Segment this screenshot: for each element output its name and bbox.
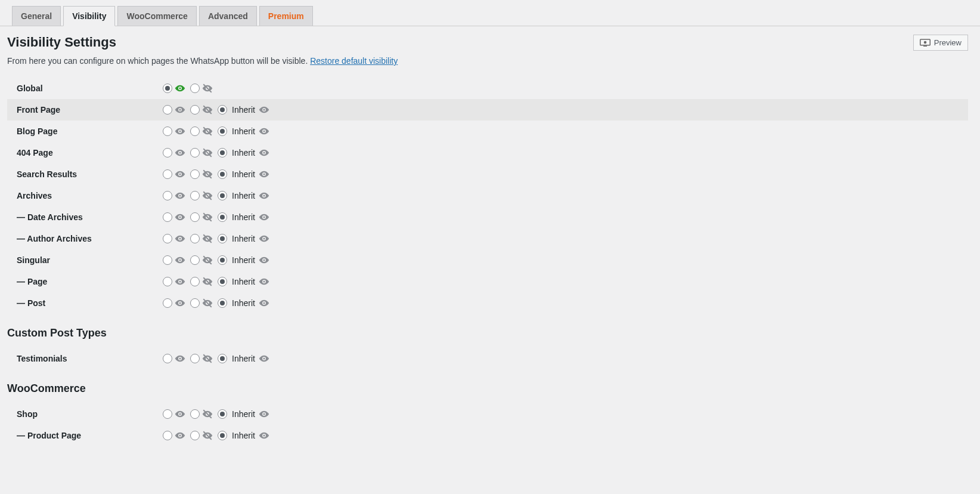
radio-shop-inherit[interactable] xyxy=(218,409,227,419)
tab-general[interactable]: General xyxy=(12,6,61,26)
row-date_archives: — Date Archives Inherit xyxy=(7,206,968,228)
radio-author_archives-hide[interactable] xyxy=(190,234,200,243)
eye-icon xyxy=(175,147,185,158)
row-shop: Shop Inherit xyxy=(7,403,968,425)
inherit-label: Inherit xyxy=(232,212,255,222)
radio-date_archives-show[interactable] xyxy=(163,212,172,222)
eye-off-icon xyxy=(202,212,213,223)
row-global: Global xyxy=(7,78,968,99)
row-front_page: Front Page Inherit xyxy=(7,99,968,121)
eye-off-icon xyxy=(202,353,213,364)
radio-singular-inherit[interactable] xyxy=(218,255,227,265)
eye-icon xyxy=(259,126,269,137)
radio-date_archives-hide[interactable] xyxy=(190,212,200,222)
eye-off-icon xyxy=(202,233,213,244)
inherit-label: Inherit xyxy=(232,234,255,243)
eye-icon xyxy=(175,430,185,441)
tab-visibility[interactable]: Visibility xyxy=(63,6,115,26)
radio-post-inherit[interactable] xyxy=(218,298,227,308)
radio-date_archives-inherit[interactable] xyxy=(218,212,227,222)
radio-product_page-hide[interactable] xyxy=(190,431,200,440)
eye-off-icon xyxy=(202,147,213,158)
radio-post-show[interactable] xyxy=(163,298,172,308)
tab-premium[interactable]: Premium xyxy=(259,6,313,26)
radio-blog_page-inherit[interactable] xyxy=(218,126,227,136)
radio-archives-show[interactable] xyxy=(163,191,172,200)
radio-testimonials-inherit[interactable] xyxy=(218,354,227,363)
radio-search_results-show[interactable] xyxy=(163,169,172,179)
radio-singular-hide[interactable] xyxy=(190,255,200,265)
preview-button[interactable]: Preview xyxy=(913,35,968,51)
radio-product_page-show[interactable] xyxy=(163,431,172,440)
eye-icon xyxy=(175,353,185,364)
radio-search_results-hide[interactable] xyxy=(190,169,200,179)
radio-front_page-inherit[interactable] xyxy=(218,105,227,115)
row-product_page: — Product Page Inherit xyxy=(7,425,968,446)
eye-icon xyxy=(175,104,185,115)
eye-off-icon xyxy=(202,409,213,419)
row-label-author_archives: — Author Archives xyxy=(17,234,163,243)
radio-page_404-inherit[interactable] xyxy=(218,148,227,158)
eye-off-icon xyxy=(202,169,213,180)
row-label-search_results: Search Results xyxy=(17,169,163,179)
radio-testimonials-show[interactable] xyxy=(163,354,172,363)
row-label-front_page: Front Page xyxy=(17,105,163,115)
radio-global-hide[interactable] xyxy=(190,84,200,93)
row-testimonials: Testimonials Inherit xyxy=(7,348,968,369)
eye-off-icon xyxy=(202,190,213,201)
eye-icon xyxy=(259,169,269,180)
radio-shop-hide[interactable] xyxy=(190,409,200,419)
eye-off-icon xyxy=(202,276,213,287)
radio-page-show[interactable] xyxy=(163,277,172,286)
row-post: — Post Inherit xyxy=(7,292,968,314)
eye-icon xyxy=(259,298,269,308)
row-label-archives: Archives xyxy=(17,191,163,200)
eye-icon xyxy=(175,126,185,137)
eye-icon xyxy=(175,169,185,180)
radio-author_archives-show[interactable] xyxy=(163,234,172,243)
row-search_results: Search Results Inherit xyxy=(7,163,968,185)
inherit-label: Inherit xyxy=(232,148,255,158)
radio-page_404-show[interactable] xyxy=(163,148,172,158)
radio-page-hide[interactable] xyxy=(190,277,200,286)
radio-blog_page-hide[interactable] xyxy=(190,126,200,136)
inherit-label: Inherit xyxy=(232,431,255,440)
radio-search_results-inherit[interactable] xyxy=(218,169,227,179)
eye-icon xyxy=(175,212,185,223)
radio-product_page-inherit[interactable] xyxy=(218,431,227,440)
row-label-testimonials: Testimonials xyxy=(17,354,163,363)
radio-archives-hide[interactable] xyxy=(190,191,200,200)
eye-icon xyxy=(259,409,269,419)
radio-author_archives-inherit[interactable] xyxy=(218,234,227,243)
desc-text: From here you can configure on which pag… xyxy=(7,56,310,66)
radio-page-inherit[interactable] xyxy=(218,277,227,286)
inherit-label: Inherit xyxy=(232,191,255,200)
inherit-label: Inherit xyxy=(232,126,255,136)
radio-singular-show[interactable] xyxy=(163,255,172,265)
eye-icon xyxy=(175,276,185,287)
radio-shop-show[interactable] xyxy=(163,409,172,419)
inherit-label: Inherit xyxy=(232,354,255,363)
row-label-date_archives: — Date Archives xyxy=(17,212,163,222)
restore-default-link[interactable]: Restore default visibility xyxy=(310,56,398,66)
eye-icon xyxy=(175,83,185,94)
eye-icon xyxy=(259,430,269,441)
eye-icon xyxy=(259,212,269,223)
tab-woocommerce[interactable]: WooCommerce xyxy=(117,6,196,26)
inherit-label: Inherit xyxy=(232,105,255,115)
eye-icon xyxy=(175,409,185,419)
radio-post-hide[interactable] xyxy=(190,298,200,308)
radio-archives-inherit[interactable] xyxy=(218,191,227,200)
radio-front_page-show[interactable] xyxy=(163,105,172,115)
row-singular: Singular Inherit xyxy=(7,249,968,271)
eye-icon xyxy=(259,255,269,265)
tab-advanced[interactable]: Advanced xyxy=(199,6,257,26)
radio-front_page-hide[interactable] xyxy=(190,105,200,115)
eye-icon xyxy=(259,190,269,201)
eye-icon xyxy=(259,104,269,115)
radio-global-show[interactable] xyxy=(163,84,172,93)
row-label-post: — Post xyxy=(17,298,163,308)
radio-page_404-hide[interactable] xyxy=(190,148,200,158)
radio-blog_page-show[interactable] xyxy=(163,126,172,136)
radio-testimonials-hide[interactable] xyxy=(190,354,200,363)
